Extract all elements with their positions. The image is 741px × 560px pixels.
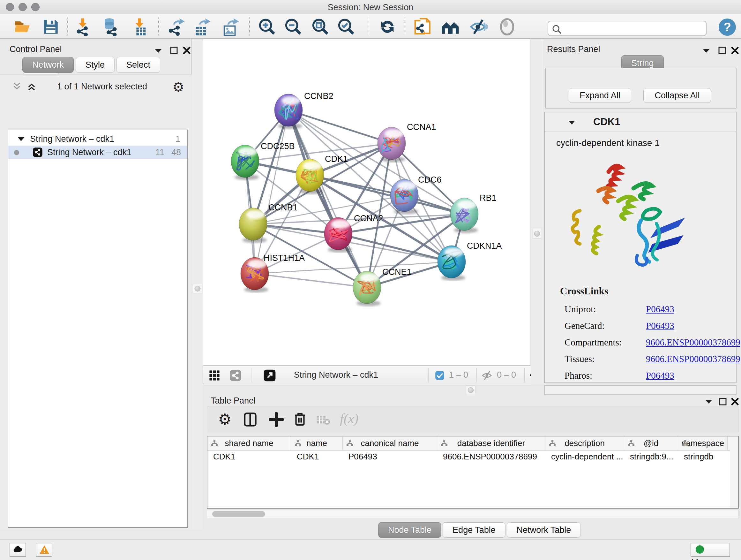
splitter-handle-icon[interactable] xyxy=(468,387,474,393)
clone-network-document-icon[interactable] xyxy=(414,17,432,36)
node-CCNE1[interactable]: CCNE1 xyxy=(353,267,412,306)
splitter-handle-icon[interactable] xyxy=(195,286,200,292)
column-header-name[interactable]: name xyxy=(291,436,343,450)
node-CCNA1[interactable]: CCNA1 xyxy=(378,122,436,162)
scrollbar-thumb[interactable] xyxy=(212,511,265,517)
results-scrollbar-track[interactable] xyxy=(544,385,737,395)
tab-edge-table[interactable]: Edge Table xyxy=(443,522,506,538)
panel-close-icon[interactable] xyxy=(731,46,739,55)
table-settings-gear-icon[interactable]: ⚙ xyxy=(218,410,232,428)
column-header-description[interactable]: description xyxy=(545,436,624,450)
column-header-namespace[interactable]: namespace xyxy=(678,436,728,450)
export-table-icon[interactable] xyxy=(193,17,211,36)
gene-expander-icon[interactable] xyxy=(568,119,576,126)
tab-style[interactable]: Style xyxy=(76,57,115,73)
hide-graphics-eye-slash-icon[interactable] xyxy=(469,17,488,36)
warnings-button[interactable] xyxy=(36,543,52,557)
expand-all-icon[interactable] xyxy=(26,82,37,91)
table-horizontal-scrollbar[interactable] xyxy=(207,510,739,518)
crosslink-label: Uniprot: xyxy=(564,304,596,314)
panel-float-icon[interactable] xyxy=(719,397,727,406)
panel-menu-chevron-icon[interactable] xyxy=(704,398,713,405)
delete-column-trash-icon[interactable] xyxy=(293,412,307,427)
zoom-selected-icon[interactable] xyxy=(337,17,355,36)
collapse-all-button[interactable]: Collapse All xyxy=(643,88,711,103)
column-header--id[interactable]: @id xyxy=(624,436,678,450)
grid-view-icon[interactable] xyxy=(209,370,220,381)
edge-CCNB2-CCNA1[interactable] xyxy=(288,110,392,143)
node-CDKN1A[interactable]: CDKN1A xyxy=(437,241,502,281)
add-column-plus-icon[interactable] xyxy=(269,412,284,427)
memory-button[interactable]: Memory xyxy=(690,543,730,557)
panel-close-icon[interactable] xyxy=(731,397,739,406)
crosslink-link[interactable]: 9606.ENSP00000378699 xyxy=(646,337,740,348)
table-cell[interactable]: stringdb:9... xyxy=(624,452,678,464)
table-cell[interactable]: stringdb xyxy=(678,452,728,464)
table-cell[interactable]: P06493 xyxy=(343,452,437,464)
string-tab-icon[interactable] xyxy=(229,369,242,381)
show-columns-icon[interactable] xyxy=(243,412,258,427)
panel-menu-chevron-icon[interactable] xyxy=(154,48,162,54)
help-icon[interactable]: ? xyxy=(719,18,736,36)
table-cell[interactable]: 9606.ENSP00000378699 xyxy=(437,452,545,464)
import-network-database-icon[interactable] xyxy=(101,17,119,36)
network-row[interactable]: String Network – cdk1 11 48 xyxy=(8,145,187,159)
gene-header-row[interactable]: CDK1 xyxy=(545,112,736,132)
import-network-file-icon[interactable] xyxy=(73,17,92,36)
edge-CDKN1A-HIST1H1A[interactable] xyxy=(255,262,452,273)
network-collection-row[interactable]: String Network – cdk1 1 xyxy=(8,132,187,145)
right-splitter[interactable] xyxy=(531,39,543,384)
tab-network[interactable]: Network xyxy=(22,57,74,73)
table-header-row: shared namenamecanonical namedatabase id… xyxy=(207,436,730,450)
panel-close-icon[interactable] xyxy=(183,46,191,55)
export-network-icon[interactable] xyxy=(167,17,185,36)
panel-float-icon[interactable] xyxy=(718,46,726,55)
selected-checkbox-icon[interactable] xyxy=(435,371,445,380)
crosslink-link[interactable]: P06493 xyxy=(646,304,674,314)
import-table-file-icon[interactable] xyxy=(130,17,149,36)
expand-all-button[interactable]: Expand All xyxy=(569,88,631,103)
graphics-details-houses-icon[interactable] xyxy=(441,17,460,36)
detach-view-icon[interactable] xyxy=(263,369,276,382)
node-CCNB2[interactable]: CCNB2 xyxy=(274,91,333,129)
toolbar-separator xyxy=(158,17,159,36)
panel-float-icon[interactable] xyxy=(170,46,178,55)
tree-expander-icon[interactable] xyxy=(17,136,25,142)
save-session-icon[interactable] xyxy=(42,17,60,36)
edge-HIST1H1A-CCNE1[interactable] xyxy=(255,273,367,287)
left-splitter[interactable] xyxy=(192,39,203,530)
table-cell[interactable]: CDK1 xyxy=(207,452,291,464)
cloud-status-button[interactable] xyxy=(10,543,26,557)
network-canvas[interactable]: CCNB2CCNA1CDC25BCDK1CDC6RB1CCNB1CCNA2CDK… xyxy=(203,39,530,366)
table-vertical-scrollbar[interactable] xyxy=(730,436,738,508)
crosslink-link[interactable]: P06493 xyxy=(646,320,674,331)
tab-network-table[interactable]: Network Table xyxy=(507,522,581,538)
panel-menu-chevron-icon[interactable] xyxy=(702,48,711,54)
zoom-in-icon[interactable] xyxy=(258,17,276,36)
apply-layout-refresh-icon[interactable] xyxy=(378,17,397,36)
column-header-database-identifier[interactable]: database identifier xyxy=(437,436,545,450)
search-field[interactable] xyxy=(548,21,706,36)
collapse-all-icon[interactable] xyxy=(11,82,22,91)
zoom-fit-icon[interactable] xyxy=(311,17,330,36)
tab-node-table[interactable]: Node Table xyxy=(378,522,441,538)
splitter-handle-icon[interactable] xyxy=(534,231,540,237)
network-graph[interactable]: CCNB2CCNA1CDC25BCDK1CDC6RB1CCNB1CCNA2CDK… xyxy=(203,39,530,365)
column-header-canonical-name[interactable]: canonical name xyxy=(343,436,437,450)
table-cell[interactable]: CDK1 xyxy=(291,452,343,464)
tab-select[interactable]: Select xyxy=(117,57,160,73)
column-header-shared-name[interactable]: shared name xyxy=(207,436,291,450)
birdseye-sphere-icon[interactable] xyxy=(498,17,516,36)
search-input[interactable] xyxy=(565,22,703,35)
crosslink-link[interactable]: 9606.ENSP00000378699 xyxy=(646,354,740,364)
hidden-eye-slash-icon[interactable] xyxy=(482,370,493,381)
zoom-out-icon[interactable] xyxy=(284,17,302,36)
crosslink-link[interactable]: P06493 xyxy=(646,370,674,381)
network-options-gear-icon[interactable]: ⚙ xyxy=(172,79,185,95)
export-image-icon[interactable] xyxy=(221,17,240,36)
node-CDC6[interactable]: CDC6 xyxy=(390,175,442,214)
open-session-icon[interactable] xyxy=(13,17,32,36)
edge-CCNB2-HIST1H1A[interactable] xyxy=(255,110,288,273)
table-cell[interactable]: cyclin-dependent ... xyxy=(545,452,624,464)
node-RB1[interactable]: RB1 xyxy=(450,193,496,233)
